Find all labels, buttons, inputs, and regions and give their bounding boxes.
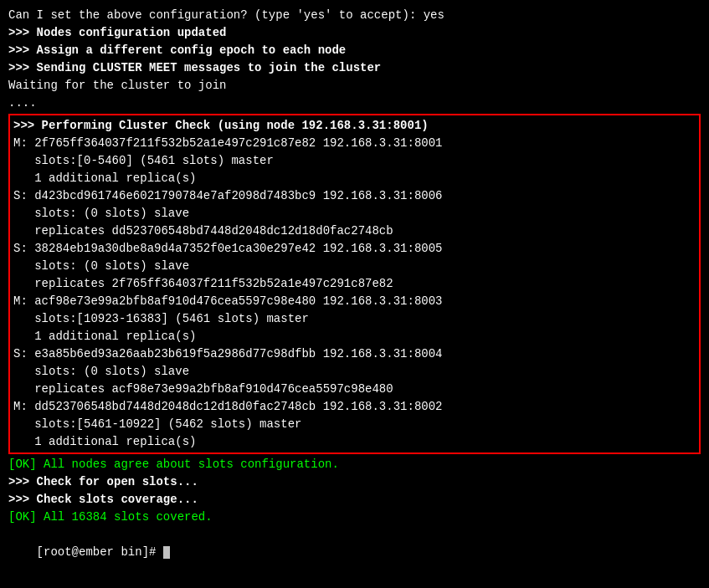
terminal: Can I set the above configuration? (type… [0,0,709,588]
rb-line-12: slots:[10923-16383] (5461 slots) master [13,310,696,328]
line-2: >>> Nodes configuration updated [8,24,701,42]
cluster-check-section: >>> Performing Cluster Check (using node… [8,114,701,454]
footer-line-1: [OK] All nodes agree about slots configu… [8,456,701,473]
rb-line-13: 1 additional replica(s) [13,328,696,345]
rb-line-11: M: acf98e73e99a2bfb8af910d476cea5597c98e… [13,293,696,310]
rb-line-2: M: 2f765ff364037f211f532b52a1e497c291c87… [13,135,696,152]
footer-line-4: [OK] All 16384 slots covered. [8,509,701,526]
footer-line-2: >>> Check for open slots... [8,473,701,491]
rb-line-14: S: e3a85b6ed93a26aab23b619f5a2986d77c98d… [13,345,696,363]
rb-line-9: slots: (0 slots) slave [13,258,696,275]
rb-line-16: replicates acf98e73e99a2bfb8af910d476cea… [13,381,696,398]
terminal-cursor [163,546,170,559]
rb-line-7: replicates dd523706548bd7448d2048dc12d18… [13,222,696,240]
rb-line-3: slots:[0-5460] (5461 slots) master [13,152,696,170]
line-4: >>> Sending CLUSTER MEET messages to joi… [8,59,701,77]
rb-line-17: M: dd523706548bd7448d2048dc12d18d0fac274… [13,398,696,416]
footer-line-3: >>> Check slots coverage... [8,491,701,509]
rb-line-10: replicates 2f765ff364037f211f532b52a1e49… [13,275,696,293]
rb-line-1: >>> Performing Cluster Check (using node… [13,117,696,135]
rb-line-4: 1 additional replica(s) [13,170,696,187]
rb-line-19: 1 additional replica(s) [13,433,696,451]
line-1: Can I set the above configuration? (type… [8,7,701,24]
rb-line-6: slots: (0 slots) slave [13,205,696,222]
line-6: .... [8,95,701,112]
rb-line-18: slots:[5461-10922] (5462 slots) master [13,416,696,433]
rb-line-15: slots: (0 slots) slave [13,363,696,381]
prompt-text: [root@ember bin]# [37,545,163,559]
footer-line-5: [root@ember bin]# [8,526,701,579]
line-5: Waiting for the cluster to join [8,77,701,95]
rb-line-8: S: 38284eb19a30dbe8a9d4a7352f0e1ca30e297… [13,240,696,258]
rb-line-5: S: d423bcd961746e6021790784e7af2098d7483… [13,187,696,205]
line-3: >>> Assign a different config epoch to e… [8,42,701,59]
